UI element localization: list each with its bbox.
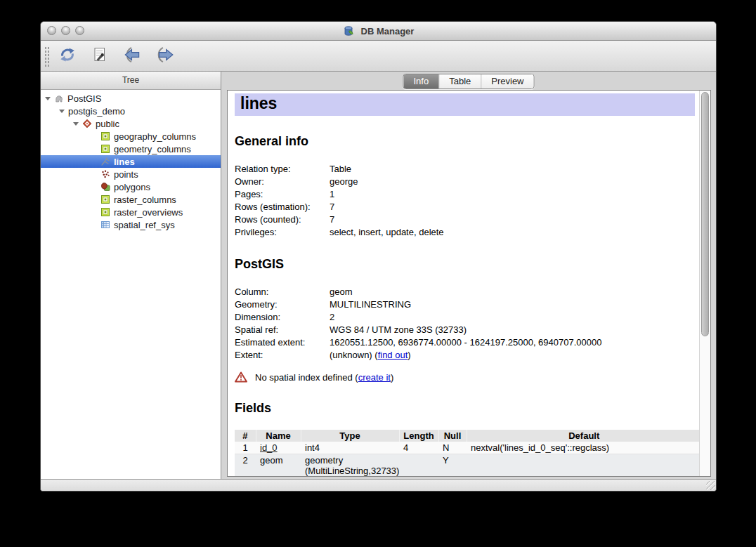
sql-window-icon (91, 46, 108, 65)
disclosure-triangle-icon[interactable] (59, 110, 65, 113)
resize-grip-icon[interactable] (706, 481, 715, 490)
info-label: Pages: (235, 188, 330, 201)
extent-pre: (unknown) ( (330, 350, 378, 360)
tab-table[interactable]: Table (439, 74, 481, 88)
create-it-link[interactable]: create it (358, 372, 391, 383)
info-label: Column: (235, 286, 330, 298)
schema-diamond-icon (82, 119, 92, 128)
info-value: select, insert, update, delete (330, 226, 444, 239)
export-layer-button[interactable] (152, 44, 177, 68)
tree-item-raster-columns[interactable]: raster_columns (41, 193, 221, 206)
fields-table: # Name Type Length Null Default 1 (235, 430, 699, 476)
tree-item-geography-columns[interactable]: geography_columns (41, 130, 221, 143)
tree-item-label: raster_overviews (114, 207, 183, 218)
vertical-scrollbar[interactable] (699, 91, 710, 476)
cell-num: 1 (235, 442, 256, 454)
zoom-button[interactable] (75, 26, 84, 35)
info-row: Relation type: Table (235, 163, 696, 176)
info-value: 7 (330, 213, 334, 226)
tree-item-label: raster_columns (114, 195, 176, 205)
table-row: 2 geom geometry (MultiLineString,32733) … (235, 454, 699, 477)
title-bar[interactable]: DB Manager (41, 22, 716, 41)
field-id0-link[interactable]: id_0 (260, 442, 278, 453)
cell-type: int4 (301, 442, 399, 454)
info-row: Privileges: select, insert, update, dele… (235, 226, 696, 239)
find-out-link[interactable]: find out (378, 350, 408, 360)
db-manager-icon (343, 25, 354, 37)
import-arrow-icon (122, 46, 143, 66)
fields-header-row: # Name Type Length Null Default (235, 430, 699, 442)
extent-row: Extent: (unknown) (find out) (235, 349, 696, 362)
tree-item-spatial-ref-sys[interactable]: spatial_ref_sys (41, 218, 221, 231)
info-label: Owner: (235, 176, 330, 188)
col-null: Null (438, 430, 467, 442)
table-row: 1 id_0 int4 4 N nextval('lines_id_0_seq'… (235, 442, 699, 454)
table-green-icon (100, 144, 110, 154)
tree-panel-header: Tree (41, 72, 221, 90)
info-value: 1 (330, 188, 334, 201)
info-row: Geometry: MULTILINESTRING (235, 298, 696, 311)
db-tree[interactable]: PostGIS postgis_demo (41, 90, 221, 479)
warning-triangle-icon (235, 371, 247, 383)
polygons-geometry-icon (100, 182, 110, 192)
info-row: Pages: 1 (235, 188, 696, 201)
tree-item-label: public (96, 119, 119, 129)
postgis-heading: PostGIS (235, 257, 696, 272)
tree-item-lines[interactable]: lines (41, 155, 221, 168)
sql-window-button[interactable] (87, 44, 112, 68)
fields-heading: Fields (235, 401, 696, 416)
info-label: Geometry: (235, 298, 330, 311)
col-length: Length (399, 430, 438, 442)
points-geometry-icon (100, 169, 110, 179)
tree-item-postgis[interactable]: PostGIS (41, 92, 221, 105)
refresh-button[interactable] (55, 44, 80, 68)
info-content: lines General info Relation type: Table … (228, 91, 699, 476)
disclosure-triangle-icon[interactable] (45, 97, 51, 100)
refresh-icon (58, 46, 77, 66)
tree-item-label: geometry_columns (114, 144, 191, 154)
db-manager-window: DB Manager (40, 21, 717, 492)
cell-length (399, 454, 438, 477)
cell-null: N (438, 442, 467, 454)
info-value: 2 (330, 311, 334, 324)
info-label: Estimated extent: (235, 336, 330, 349)
import-layer-button[interactable] (119, 44, 145, 68)
cell-num: 2 (235, 454, 256, 477)
scrollbar-thumb[interactable] (701, 92, 709, 336)
tree-item-polygons[interactable]: polygons (41, 180, 221, 193)
cell-length: 4 (399, 442, 438, 454)
tree-item-label: polygons (114, 182, 150, 192)
tree-item-label: lines (114, 157, 135, 167)
tree-panel: Tree PostGIS postgis_d (41, 72, 221, 479)
info-row: Dimension: 2 (235, 311, 696, 324)
warning-text-pre: No spatial index defined ( (255, 372, 358, 383)
tree-item-points[interactable]: points (41, 168, 221, 180)
cell-default (467, 454, 699, 477)
col-default: Default (467, 430, 699, 442)
info-label: Relation type: (235, 163, 330, 176)
minimize-button[interactable] (61, 26, 70, 35)
cell-null: Y (438, 454, 467, 477)
toolbar-drag-handle[interactable] (44, 46, 49, 67)
info-label: Privileges: (235, 226, 330, 239)
extent-post: ) (408, 350, 410, 360)
info-row: Spatial ref: WGS 84 / UTM zone 33S (3273… (235, 324, 696, 336)
close-button[interactable] (47, 26, 56, 35)
disclosure-triangle-icon[interactable] (73, 122, 79, 126)
tree-item-geometry-columns[interactable]: geometry_columns (41, 143, 221, 155)
page-title: lines (235, 93, 695, 116)
tree-item-raster-overviews[interactable]: raster_overviews (41, 206, 221, 218)
export-arrow-icon (154, 46, 175, 66)
tab-preview[interactable]: Preview (481, 74, 533, 88)
status-bar (41, 479, 716, 491)
info-value: geom (330, 286, 353, 298)
table-green-icon (100, 195, 110, 204)
info-row: Rows (estimation): 7 (235, 201, 696, 213)
tree-item-postgis-demo[interactable]: postgis_demo (41, 105, 221, 117)
postgis-elephant-icon (54, 93, 64, 103)
info-label: Dimension: (235, 311, 330, 324)
info-value: (unknown) (find out) (330, 349, 411, 362)
general-info-heading: General info (235, 134, 696, 149)
tab-info[interactable]: Info (403, 74, 439, 88)
tree-item-public[interactable]: public (41, 117, 221, 130)
